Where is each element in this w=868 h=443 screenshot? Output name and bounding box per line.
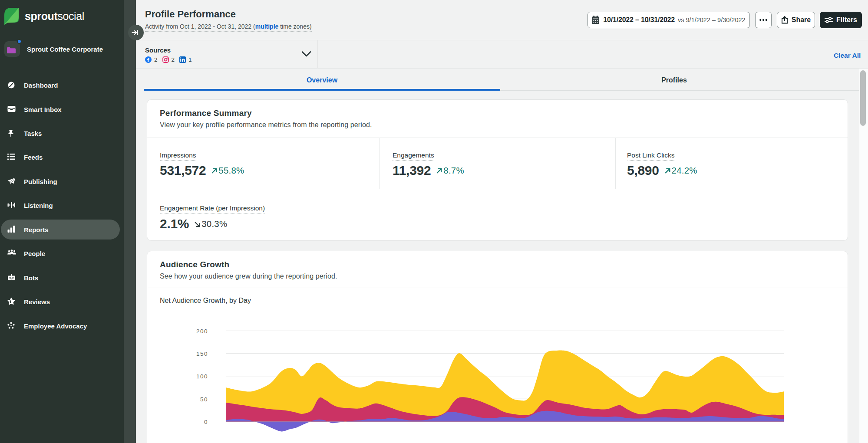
- svg-text:0: 0: [204, 419, 208, 425]
- svg-text:100: 100: [196, 373, 208, 380]
- svg-text:150: 150: [196, 351, 208, 357]
- svg-text:200: 200: [196, 328, 208, 335]
- svg-text:50: 50: [200, 396, 208, 403]
